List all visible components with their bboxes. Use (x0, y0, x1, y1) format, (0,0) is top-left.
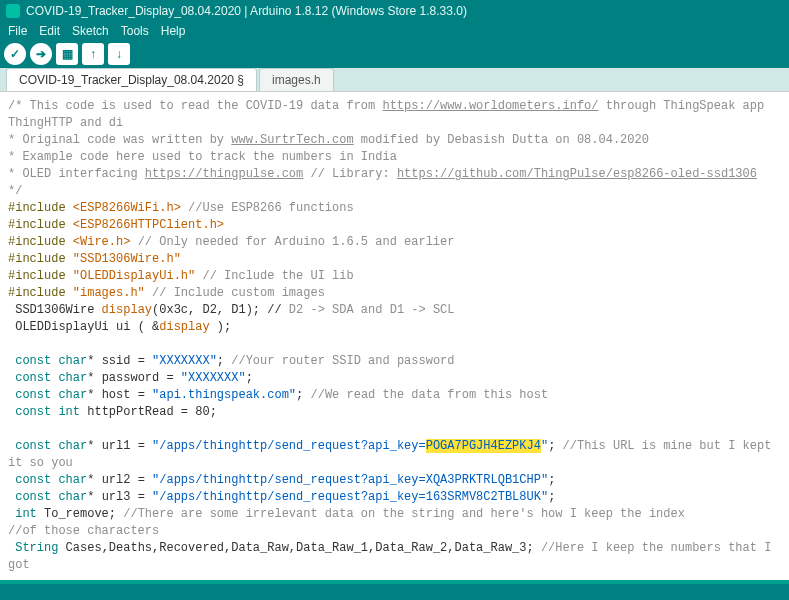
new-button[interactable]: ▦ (56, 43, 78, 65)
toolbar: ✓ ➔ ▦ ↑ ↓ (0, 40, 789, 68)
tab-label: COVID-19_Tracker_Display_08.04.2020 § (19, 73, 244, 87)
window-title: COVID-19_Tracker_Display_08.04.2020 | Ar… (26, 4, 467, 18)
app-icon (6, 4, 20, 18)
arrow-right-icon: ➔ (36, 47, 46, 61)
tabbar: COVID-19_Tracker_Display_08.04.2020 § im… (0, 68, 789, 92)
verify-button[interactable]: ✓ (4, 43, 26, 65)
menu-sketch[interactable]: Sketch (68, 24, 113, 38)
tab-main-sketch[interactable]: COVID-19_Tracker_Display_08.04.2020 § (6, 68, 257, 91)
check-icon: ✓ (10, 47, 20, 61)
new-file-icon: ▦ (62, 47, 73, 61)
statusbar (0, 580, 789, 600)
open-button[interactable]: ↑ (82, 43, 104, 65)
menu-file[interactable]: File (4, 24, 31, 38)
menu-tools[interactable]: Tools (117, 24, 153, 38)
upload-button[interactable]: ➔ (30, 43, 52, 65)
tab-label: images.h (272, 73, 321, 87)
tab-images-h[interactable]: images.h (259, 68, 334, 91)
arrow-down-icon: ↓ (116, 47, 122, 61)
code-editor[interactable]: /* This code is used to read the COVID-1… (0, 92, 789, 580)
menu-help[interactable]: Help (157, 24, 190, 38)
menu-edit[interactable]: Edit (35, 24, 64, 38)
titlebar: COVID-19_Tracker_Display_08.04.2020 | Ar… (0, 0, 789, 22)
save-button[interactable]: ↓ (108, 43, 130, 65)
menubar: File Edit Sketch Tools Help (0, 22, 789, 40)
arrow-up-icon: ↑ (90, 47, 96, 61)
